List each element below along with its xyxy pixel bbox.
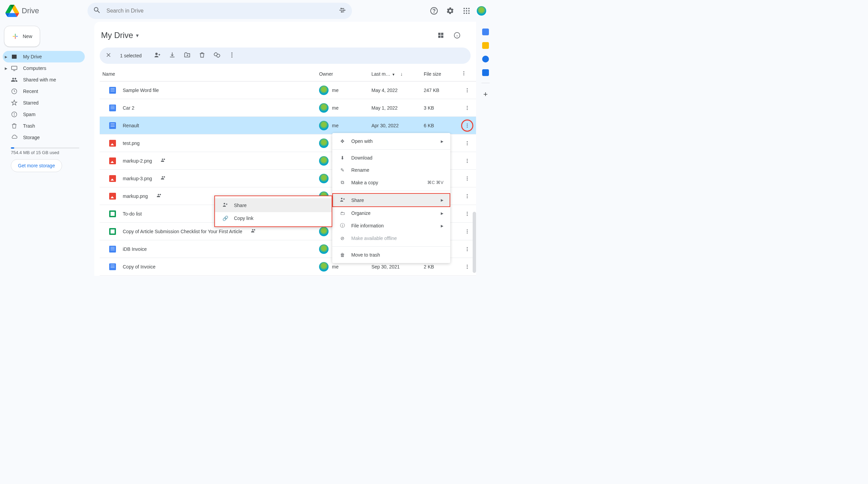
svg-point-36: [467, 109, 468, 110]
svg-point-38: [467, 125, 468, 126]
doc-file-icon: [109, 105, 116, 111]
row-more-button[interactable]: [458, 117, 476, 134]
svg-point-53: [467, 213, 468, 214]
sub-share[interactable]: Share: [215, 198, 332, 212]
download-icon[interactable]: [169, 52, 176, 60]
keep-app-icon[interactable]: [482, 42, 489, 49]
row-more-button[interactable]: [458, 99, 476, 117]
img-file-icon: [109, 140, 116, 147]
svg-point-32: [467, 90, 468, 91]
clear-selection-icon[interactable]: [105, 52, 112, 60]
ctx-rename[interactable]: ✎Rename: [332, 164, 450, 176]
col-menu[interactable]: [458, 67, 476, 81]
svg-point-5: [463, 8, 465, 9]
search-options-icon[interactable]: [338, 6, 347, 16]
contacts-app-icon[interactable]: [482, 69, 489, 76]
svg-point-40: [467, 141, 468, 142]
col-modified[interactable]: Last m…: [372, 71, 391, 77]
info-icon: ⓘ: [339, 223, 346, 229]
calendar-app-icon[interactable]: [482, 29, 489, 35]
settings-icon[interactable]: [443, 4, 457, 18]
table-row[interactable]: Car 2 me May 1, 2022 3 KB: [100, 99, 476, 117]
svg-point-45: [467, 162, 468, 163]
sidebar-item-trash[interactable]: Trash: [3, 120, 85, 132]
breadcrumb-title[interactable]: My Drive: [101, 31, 133, 40]
account-avatar[interactable]: [476, 5, 487, 16]
search-input[interactable]: [106, 8, 338, 14]
svg-point-8: [463, 10, 465, 12]
sidebar-item-spam[interactable]: Spam: [3, 109, 85, 120]
row-more-button[interactable]: [458, 187, 476, 205]
ctx-file-info[interactable]: ⓘFile information▶: [332, 219, 450, 232]
more-icon[interactable]: [229, 52, 235, 60]
move-icon[interactable]: [184, 52, 191, 60]
svg-point-34: [467, 106, 468, 107]
col-size[interactable]: File size: [424, 71, 441, 77]
svg-point-48: [467, 180, 468, 181]
ctx-open-with[interactable]: ✥Open with▶: [332, 135, 450, 147]
share-user-icon[interactable]: [154, 52, 161, 60]
row-more-button[interactable]: [458, 152, 476, 170]
col-owner[interactable]: Owner: [319, 71, 333, 77]
modified-cell: May 4, 2022: [369, 81, 421, 99]
help-icon[interactable]: [427, 4, 441, 18]
ctx-organize[interactable]: 🗀Organize▶: [332, 207, 450, 219]
svg-point-50: [467, 196, 468, 197]
svg-rect-21: [438, 36, 441, 38]
table-row[interactable]: Sample Word file me May 4, 2022 247 KB: [100, 81, 476, 99]
row-more-button[interactable]: [458, 81, 476, 99]
ctx-trash[interactable]: 🗑Move to trash: [332, 249, 450, 261]
sidebar-item-recent[interactable]: Recent: [3, 86, 85, 97]
details-icon[interactable]: [450, 29, 464, 42]
rename-icon: ✎: [339, 167, 346, 173]
sidebar-item-label: Spam: [23, 112, 36, 117]
search-bar[interactable]: [87, 3, 352, 19]
apps-icon[interactable]: [460, 4, 473, 18]
svg-point-33: [467, 91, 468, 92]
layout-toggle-icon[interactable]: [434, 29, 448, 42]
trash-icon: [11, 123, 18, 129]
tasks-app-icon[interactable]: [482, 56, 489, 62]
table-row[interactable]: Renault me Apr 30, 2022 6 KB: [100, 117, 476, 134]
row-more-button[interactable]: [458, 170, 476, 187]
offline-icon: ⊘: [339, 236, 346, 241]
svg-point-56: [467, 231, 468, 232]
sidebar-item-shared[interactable]: Shared with me: [3, 74, 85, 86]
owner-avatar: [319, 86, 329, 95]
svg-point-37: [467, 124, 468, 125]
svg-point-28: [463, 71, 465, 72]
header-actions: [427, 4, 490, 18]
logo-area[interactable]: Drive: [5, 4, 87, 18]
svg-point-63: [467, 268, 468, 269]
file-name: Sample Word file: [123, 88, 159, 93]
sidebar-item-starred[interactable]: Starred: [3, 97, 85, 109]
owner-label: me: [332, 88, 338, 93]
row-more-button[interactable]: [458, 134, 476, 152]
get-more-storage-button[interactable]: Get more storage: [11, 159, 62, 172]
drive-icon: [11, 53, 18, 60]
sidebar-item-computers[interactable]: ▶Computers: [3, 62, 85, 74]
chevron-right-icon: ▶: [5, 55, 7, 59]
sidebar-item-my-drive[interactable]: ▶My Drive: [3, 51, 85, 62]
delete-icon[interactable]: [199, 52, 205, 60]
sidebar-item-storage[interactable]: Storage: [3, 132, 85, 143]
svg-point-65: [224, 203, 225, 205]
scrollbar[interactable]: [473, 212, 476, 273]
add-app-icon[interactable]: +: [484, 90, 488, 99]
new-button[interactable]: New: [4, 26, 40, 47]
svg-point-52: [467, 212, 468, 213]
ctx-download[interactable]: ⬇Download: [332, 152, 450, 164]
ctx-share[interactable]: Share▶: [332, 193, 450, 207]
side-panel: +: [476, 22, 495, 99]
sub-copy-link[interactable]: 🔗Copy link: [215, 212, 332, 224]
share-icon: [339, 197, 346, 204]
svg-point-43: [467, 159, 468, 160]
ctx-make-copy[interactable]: ⧉Make a copy⌘C ⌘V: [332, 176, 450, 189]
dropdown-arrow-icon[interactable]: ▾: [136, 32, 139, 39]
svg-point-27: [231, 56, 232, 57]
sidebar-item-label: Storage: [23, 135, 40, 140]
sidebar-item-label: Starred: [23, 100, 39, 106]
link-icon[interactable]: [214, 52, 220, 60]
col-name[interactable]: Name: [102, 71, 115, 77]
svg-point-29: [463, 73, 465, 74]
